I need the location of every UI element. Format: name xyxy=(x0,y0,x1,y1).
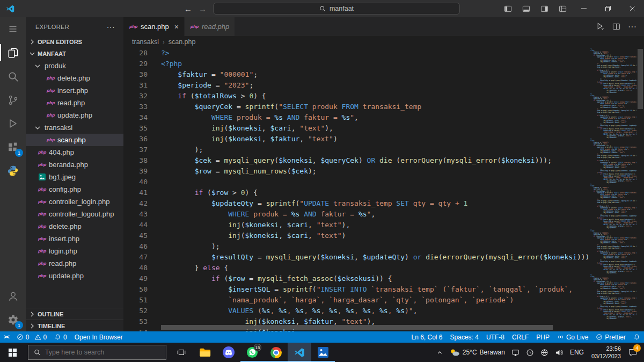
code-line[interactable]: 34 WHERE produk = %s AND faktur = %s", xyxy=(123,112,590,123)
code-line[interactable]: 39 $row = mysqli_num_rows($cek); xyxy=(123,166,590,177)
language-mode[interactable]: PHP xyxy=(532,331,553,343)
prettier-status[interactable]: Prettier xyxy=(592,331,630,343)
whatsapp-app[interactable]: 15 xyxy=(240,343,264,362)
file-insert.php[interactable]: phpinsert.php xyxy=(26,84,123,97)
search-view-icon[interactable] xyxy=(0,64,26,88)
scrollbar-thumb[interactable] xyxy=(638,49,643,109)
menu-icon[interactable] xyxy=(0,17,26,41)
code-line[interactable]: 49 if ($row = mysqli_fetch_assoc($ekseku… xyxy=(123,273,590,284)
explorer-actions-icon[interactable]: ··· xyxy=(107,23,115,31)
tab-read-php[interactable]: php read.php xyxy=(185,17,235,36)
tab-scan-php[interactable]: php scan.php × xyxy=(123,17,185,36)
encoding[interactable]: UTF-8 xyxy=(482,331,508,343)
problems-status[interactable]: 0 0 xyxy=(13,331,50,343)
network-tray-icon[interactable] xyxy=(537,343,552,362)
code-line[interactable]: 31 $periode = "2023"; xyxy=(123,80,590,91)
close-button[interactable] xyxy=(620,0,644,17)
file-update.php[interactable]: phpupdate.php xyxy=(26,109,123,121)
file-config.php[interactable]: phpconfig.php xyxy=(26,183,123,196)
more-actions-icon[interactable]: ··· xyxy=(628,22,636,32)
minimap[interactable]: ?><?php $faktur = "000001"; $periode = "… xyxy=(590,48,636,331)
remote-indicator[interactable]: >< xyxy=(0,331,13,343)
task-view-button[interactable] xyxy=(170,343,193,362)
forward-icon[interactable]: → xyxy=(199,4,207,13)
close-tab-icon[interactable]: × xyxy=(174,23,179,31)
split-editor-icon[interactable] xyxy=(612,23,620,31)
open-editors-section[interactable]: OPEN EDITORS xyxy=(26,36,123,48)
file-read.php[interactable]: phpread.php xyxy=(26,97,123,109)
open-in-browser-status[interactable]: Open In Browser xyxy=(71,331,127,343)
code-line[interactable]: 52 VALUES (%s, %s, %s, %s, %s, %s, %s, %… xyxy=(123,306,590,316)
start-button[interactable] xyxy=(0,343,25,362)
clock-tray-icon[interactable] xyxy=(523,343,537,362)
toggle-secondary-sidebar-icon[interactable] xyxy=(535,0,553,17)
code-line[interactable]: 35 inj($koneksi, $cari, "text"), xyxy=(123,123,590,134)
command-center-search[interactable]: manfaat xyxy=(213,3,460,15)
volume-tray-icon[interactable] xyxy=(552,343,567,362)
file-explorer-app[interactable] xyxy=(193,343,217,362)
taskbar-search-input[interactable] xyxy=(45,349,160,356)
action-center-button[interactable]: 4 xyxy=(625,343,643,362)
folder-transaksi[interactable]: transaksi xyxy=(26,121,123,134)
folder-produk[interactable]: produk xyxy=(26,60,123,72)
explorer-icon[interactable] xyxy=(0,41,26,64)
account-icon[interactable] xyxy=(0,284,26,308)
code-line[interactable]: 30 $faktur = "000001"; xyxy=(123,69,590,80)
file-read.php[interactable]: phpread.php xyxy=(26,257,123,270)
breadcrumb[interactable]: transaksi › scan.php xyxy=(123,36,644,48)
file-controller_logout.php[interactable]: phpcontroller_logout.php xyxy=(26,208,123,220)
code-line[interactable]: 47 $resultQty = mysqli_query($koneksi, $… xyxy=(123,252,590,263)
code-line[interactable]: 48 } else { xyxy=(123,263,590,273)
breadcrumb-folder[interactable]: transaksi xyxy=(132,38,159,46)
toggle-panel-icon[interactable] xyxy=(517,0,535,17)
code-line[interactable]: 43 WHERE produk = %s AND faktur = %s", xyxy=(123,209,590,220)
file-beranda.php[interactable]: phpberanda.php xyxy=(26,158,123,171)
minimize-button[interactable] xyxy=(572,0,596,17)
timeline-section[interactable]: TIMELINE xyxy=(26,320,123,331)
horizontal-scrollbar[interactable] xyxy=(161,325,553,330)
vertical-scrollbar[interactable] xyxy=(636,48,644,331)
code-line[interactable]: 51 `nama_produk`, `harga`, `harga_dasar`… xyxy=(123,295,590,306)
code-line[interactable]: 37 ); xyxy=(123,144,590,155)
file-404.php[interactable]: php404.php xyxy=(26,146,123,158)
code-editor[interactable]: 28?>29<?php30 $faktur = "000001";31 $per… xyxy=(123,48,590,331)
extensions-icon[interactable]: 1 xyxy=(0,135,26,159)
clock-widget[interactable]: 23:56 03/12/2023 xyxy=(587,345,625,360)
code-line[interactable]: 29<?php xyxy=(123,59,590,69)
source-control-icon[interactable] xyxy=(0,88,26,112)
language-indicator[interactable]: ENG xyxy=(567,343,587,362)
file-login.php[interactable]: phplogin.php xyxy=(26,245,123,257)
file-scan.php[interactable]: phpscan.php xyxy=(26,134,123,146)
notifications-bell[interactable] xyxy=(630,331,644,343)
code-line[interactable]: 50 $insertSQL = sprintf("INSERT INTO `tr… xyxy=(123,284,590,295)
code-line[interactable]: 46 ); xyxy=(123,241,590,252)
ports-status[interactable]: 0 xyxy=(50,331,71,343)
code-line[interactable]: 32 if ($totalRows > 0) { xyxy=(123,91,590,102)
taskbar-search[interactable] xyxy=(28,345,166,360)
run-debug-icon[interactable] xyxy=(0,112,26,135)
code-line[interactable]: 28?> xyxy=(123,48,590,59)
code-line[interactable]: 36 inj($koneksi, $faktur, "text") xyxy=(123,134,590,144)
eol-sequence[interactable]: CRLF xyxy=(508,331,532,343)
file-bg1.jpeg[interactable]: bg1.jpeg xyxy=(26,171,123,183)
code-line[interactable]: 38 $cek = mysqli_query($koneksi, $queryC… xyxy=(123,155,590,166)
code-line[interactable]: 42 $updateQty = sprintf("UPDATE transaks… xyxy=(123,198,590,209)
file-delete.php[interactable]: phpdelete.php xyxy=(26,72,123,84)
settings-gear-icon[interactable]: 1 xyxy=(0,308,26,331)
photos-app[interactable] xyxy=(311,343,335,362)
code-line[interactable]: 41 if ($row > 0) { xyxy=(123,187,590,198)
code-line[interactable]: 45 inj($koneksi, $cari, "text") xyxy=(123,230,590,241)
file-delete.php[interactable]: phpdelete.php xyxy=(26,220,123,233)
code-line[interactable]: 40 xyxy=(123,177,590,187)
outline-section[interactable]: OUTLINE xyxy=(26,308,123,320)
go-live-button[interactable]: Go Live xyxy=(553,331,592,343)
restore-button[interactable] xyxy=(596,0,620,17)
run-file-icon[interactable] xyxy=(596,22,605,31)
vscode-app[interactable] xyxy=(288,343,311,362)
discord-app[interactable] xyxy=(217,343,240,362)
code-line[interactable]: 44 inj($koneksi, $cari, "text"), xyxy=(123,220,590,230)
code-line[interactable]: 33 $queryCek = sprintf("SELECT produk FR… xyxy=(123,102,590,112)
display-tray-icon[interactable] xyxy=(508,343,523,362)
breadcrumb-file[interactable]: scan.php xyxy=(169,38,196,46)
tray-expand-button[interactable] xyxy=(433,343,447,362)
